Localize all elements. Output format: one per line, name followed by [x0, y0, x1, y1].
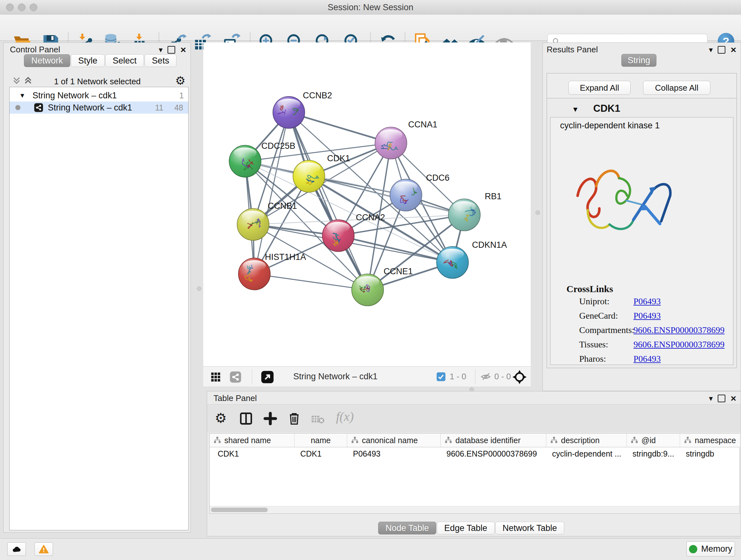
network-edge[interactable] [289, 112, 367, 290]
panel-menu-icon[interactable]: ▾ [709, 394, 713, 403]
column-type-icon [445, 436, 452, 444]
table-cell[interactable]: stringdb:9... [627, 447, 680, 460]
tab-string[interactable]: String [621, 54, 657, 67]
delete-table-icon[interactable] [311, 415, 325, 424]
network-list-view-icon[interactable] [229, 371, 242, 383]
crosslink-value[interactable]: 9606.ENSP00000378699 [633, 339, 724, 350]
table-row[interactable]: CDK1 CDK1 P06493 9606.ENSP00000378699 cy… [210, 447, 739, 460]
table-cell[interactable]: CDK1 [210, 447, 294, 460]
network-node-HIST1H1A[interactable] [239, 258, 270, 290]
table-cell[interactable]: CDK1 [294, 447, 347, 460]
panel-float-icon[interactable] [718, 395, 725, 402]
network-node-CCNB1[interactable] [237, 208, 269, 240]
network-node-CCNA2[interactable] [322, 220, 354, 252]
panel-float-icon[interactable] [718, 46, 725, 54]
grid-view-icon[interactable] [210, 372, 221, 382]
network-row[interactable]: String Network – cdk1 11 48 [10, 102, 188, 114]
crosslink-label: Tissues: [579, 339, 608, 349]
collection-disclosure-icon[interactable]: ▼ [19, 92, 25, 99]
crosslink-label: Compartments: [579, 325, 634, 335]
control-panel: Control Panel ▾ × Network Style Select S… [3, 43, 191, 533]
window-title: Session: New Session [0, 3, 741, 12]
network-edge[interactable] [338, 236, 453, 262]
add-column-icon[interactable] [263, 412, 277, 426]
crosslink-value[interactable]: 9606.ENSP00000378699 [633, 325, 724, 335]
network-collection-row[interactable]: ▼ String Network – cdk1 1 [10, 89, 188, 102]
node-label-CCNE1: CCNE1 [384, 266, 413, 276]
network-options-gear-icon[interactable]: ⚙ [175, 74, 185, 87]
delete-column-icon[interactable] [287, 411, 301, 426]
column-header[interactable]: database identifier [441, 434, 546, 447]
selected-checkbox-icon[interactable] [436, 372, 446, 381]
network-node-CDK1[interactable] [293, 160, 325, 192]
network-edge[interactable] [254, 112, 289, 274]
crosslink-value[interactable]: P06493 [633, 296, 661, 307]
warnings-button[interactable] [35, 543, 53, 556]
selected-node-edge-counts: 1 - 0 [450, 372, 466, 381]
network-canvas[interactable]: CCNB2CCNA1CDC25BCDK1CDC6RB1CCNB1CCNA2CDK… [203, 43, 531, 366]
panel-close-icon[interactable]: × [180, 47, 186, 53]
column-header[interactable]: name [294, 434, 347, 447]
tab-style[interactable]: Style [71, 54, 105, 67]
tab-network-table[interactable]: Network Table [495, 522, 564, 535]
table-options-gear-icon[interactable]: ⚙ [215, 410, 227, 426]
network-graph[interactable]: CCNB2CCNA1CDC25BCDK1CDC6RB1CCNB1CCNA2CDK… [203, 43, 531, 366]
tab-select[interactable]: Select [105, 54, 144, 67]
node-label-CCNB1: CCNB1 [268, 201, 297, 211]
panel-menu-icon[interactable]: ▾ [709, 45, 713, 54]
show-columns-icon[interactable] [239, 412, 253, 426]
column-header[interactable]: shared name [210, 434, 294, 447]
column-header[interactable]: description [546, 434, 627, 447]
results-panel-title: Results Panel [547, 45, 598, 55]
crosslinks-title: CrossLinks [566, 284, 613, 294]
memory-button[interactable]: Memory [686, 542, 735, 557]
network-node-CCNB2[interactable] [273, 97, 305, 128]
application-window: Session: New Session ? Control Panel [0, 0, 741, 560]
hidden-eye-icon[interactable] [480, 372, 491, 382]
title-bar: Session: New Session [0, 0, 741, 15]
protein-disclosure-icon[interactable]: ▼ [572, 105, 579, 114]
birds-eye-view-icon[interactable] [261, 370, 274, 384]
function-builder-icon[interactable]: f(x) [336, 409, 354, 424]
crosslink-value[interactable]: P06493 [633, 354, 661, 364]
network-view-toolbar: String Network – cdk1 1 - 0 0 - 0 [203, 366, 531, 387]
column-header[interactable]: canonical name [347, 434, 441, 447]
network-node-CCNE1[interactable] [352, 274, 384, 306]
crosslink-label: GeneCard: [579, 311, 618, 320]
network-node-CDC25B[interactable] [229, 145, 261, 177]
main-toolbar: ? [0, 15, 741, 41]
cloud-button[interactable] [7, 543, 26, 556]
panel-float-icon[interactable] [167, 46, 175, 54]
network-edge[interactable] [245, 161, 406, 195]
fit-selected-crosshair-icon[interactable] [512, 370, 527, 384]
network-node-CDKN1A[interactable] [436, 246, 468, 278]
left-splitter-handle[interactable] [197, 287, 201, 291]
tab-sets[interactable]: Sets [145, 54, 177, 67]
tab-node-table[interactable]: Node Table [378, 522, 436, 535]
expand-all-button[interactable]: Expand All [568, 81, 630, 95]
tab-network[interactable]: Network [24, 54, 70, 67]
scrollbar-thumb[interactable] [211, 508, 268, 512]
network-tree: ▼ String Network – cdk1 1 String Network… [9, 87, 189, 530]
table-cell[interactable]: cyclin-dependent ... [546, 447, 627, 460]
table-cell[interactable]: 9606.ENSP00000378699 [441, 447, 546, 460]
node-label-HIST1H1A: HIST1H1A [265, 252, 306, 262]
network-node-RB1[interactable] [448, 199, 480, 231]
horizontal-scrollbar[interactable] [210, 506, 739, 513]
collapse-all-button[interactable]: Collapse All [643, 81, 711, 95]
tab-edge-table[interactable]: Edge Table [437, 522, 495, 535]
network-node-CDC6[interactable] [390, 179, 422, 211]
network-node-CCNA1[interactable] [375, 127, 407, 159]
panel-close-icon[interactable]: × [731, 395, 736, 401]
crosslink-value[interactable]: P06493 [633, 311, 661, 321]
panel-close-icon[interactable]: × [731, 47, 736, 53]
column-header[interactable]: namespace [680, 434, 740, 447]
warning-icon [39, 544, 49, 554]
right-splitter-handle[interactable] [536, 210, 540, 215]
column-header[interactable]: @id [627, 434, 680, 447]
control-panel-title: Control Panel [10, 45, 60, 55]
table-cell[interactable]: P06493 [347, 447, 441, 460]
network-edge[interactable] [254, 274, 367, 290]
panel-menu-icon[interactable]: ▾ [158, 45, 162, 54]
table-cell[interactable]: stringdb [680, 447, 740, 460]
